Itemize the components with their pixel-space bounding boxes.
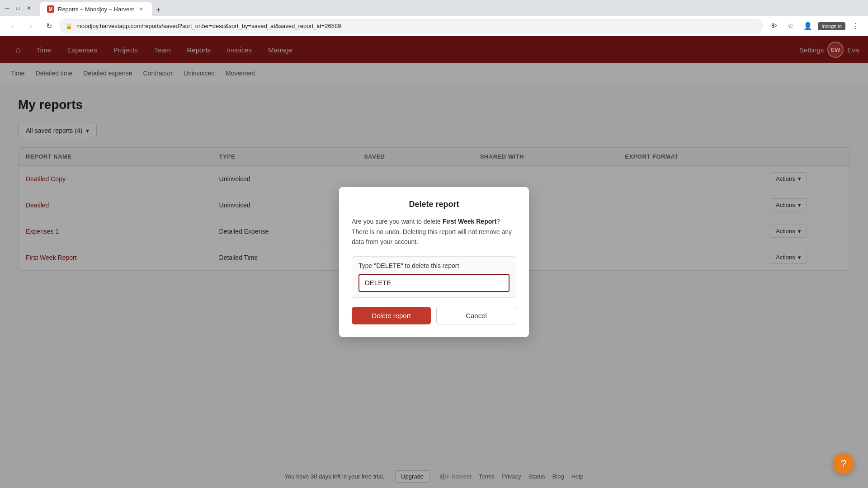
- tab-title: Reports – Moodjoy – Harvest: [58, 6, 134, 13]
- browser-nav-right: 👁 ☆ 👤 Incognito ⋮: [766, 19, 863, 33]
- delete-report-button[interactable]: Delete report: [352, 307, 431, 324]
- url-text: moodjoy.harvestapp.com/reports/saved?sor…: [76, 23, 341, 29]
- browser-nav-bar: ‹ › ↻ 🔒 moodjoy.harvestapp.com/reports/s…: [0, 16, 868, 36]
- help-button[interactable]: ?: [833, 453, 854, 474]
- modal-body-text: Are you sure you want to delete First We…: [352, 216, 516, 247]
- tab-bar: M Reports – Moodjoy – Harvest ✕ +: [36, 0, 168, 16]
- modal-report-name: First Week Report: [443, 218, 497, 225]
- profile-button[interactable]: 👤: [801, 19, 815, 33]
- lock-icon: 🔒: [66, 23, 72, 29]
- modal-title: Delete report: [352, 200, 516, 209]
- modal-input-container: Type "DELETE" to delete this report: [352, 256, 516, 298]
- incognito-badge: Incognito: [818, 22, 845, 30]
- cancel-button[interactable]: Cancel: [436, 307, 516, 324]
- hide-eye-button[interactable]: 👁: [766, 19, 781, 33]
- address-bar[interactable]: 🔒 moodjoy.harvestapp.com/reports/saved?s…: [60, 19, 763, 33]
- new-tab-button[interactable]: +: [152, 4, 165, 16]
- menu-button[interactable]: ⋮: [848, 19, 863, 33]
- browser-titlebar: ─ □ ✕ M Reports – Moodjoy – Harvest ✕ +: [0, 0, 868, 16]
- delete-confirm-input[interactable]: [359, 274, 509, 292]
- tab-close-button[interactable]: ✕: [137, 5, 145, 13]
- back-button[interactable]: ‹: [5, 19, 20, 33]
- window-controls: ─ □ ✕: [4, 5, 33, 12]
- close-button[interactable]: ✕: [25, 5, 33, 12]
- modal-message-prefix: Are you sure you want to delete: [352, 218, 443, 225]
- forward-button[interactable]: ›: [24, 19, 38, 33]
- maximize-button[interactable]: □: [14, 5, 22, 12]
- tab-favicon: M: [47, 5, 54, 13]
- bookmark-star-button[interactable]: ☆: [783, 19, 798, 33]
- modal-overlay: Delete report Are you sure you want to d…: [0, 36, 868, 488]
- reload-button[interactable]: ↻: [42, 19, 56, 33]
- modal-input-label-text: Type "DELETE" to delete this report: [359, 262, 509, 269]
- browser-window: ─ □ ✕ M Reports – Moodjoy – Harvest ✕ + …: [0, 0, 868, 488]
- modal-actions: Delete report Cancel: [352, 307, 516, 324]
- app-container: ⌂ Time Expenses Projects Team Reports In…: [0, 36, 868, 488]
- browser-tab-active[interactable]: M Reports – Moodjoy – Harvest ✕: [40, 2, 152, 16]
- minimize-button[interactable]: ─: [4, 5, 11, 12]
- delete-report-modal: Delete report Are you sure you want to d…: [339, 187, 529, 337]
